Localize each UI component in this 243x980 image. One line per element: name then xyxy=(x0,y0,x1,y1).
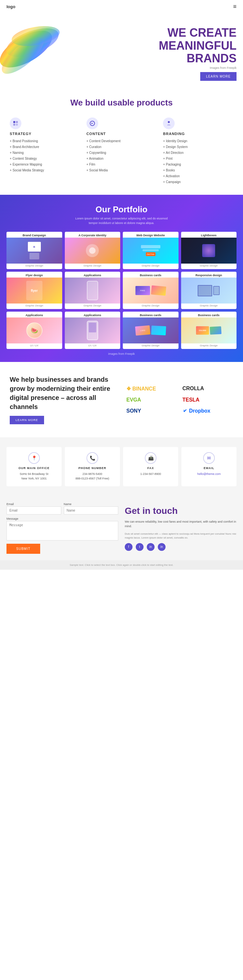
portfolio-item[interactable]: Brand Campaign B Graphic Design xyxy=(6,232,62,269)
build-heading: We build usable products xyxy=(10,98,233,108)
list-item: Packaging xyxy=(163,162,233,167)
facebook-icon[interactable]: f xyxy=(125,543,133,551)
portfolio-item[interactable]: Applications UI / UX xyxy=(65,312,120,349)
contact-card-title: PHONE NUMBER xyxy=(69,466,116,470)
list-item: Curation xyxy=(87,144,157,150)
brands-grid: ❖ BINANCE CROLLA EVGA TESLA SONY 🗸 Dropb… xyxy=(126,386,233,414)
portfolio-item[interactable]: Business cards CORSI Graphic Design xyxy=(123,312,178,349)
grow-heading: We help businesses and brands grow by mo… xyxy=(10,375,117,411)
brand-sony: SONY xyxy=(126,408,177,414)
portfolio-item-label: Graphic Design xyxy=(123,304,178,309)
get-in-touch-heading: Get in touch xyxy=(125,506,237,516)
hero-cta-button[interactable]: LEARN MORE xyxy=(200,72,237,81)
portfolio-item-image xyxy=(65,238,120,264)
portfolio-item-title: Responsive design xyxy=(181,272,237,278)
brand-tesla: TESLA xyxy=(182,397,233,403)
email-link[interactable]: hello@theme.com xyxy=(197,472,221,476)
portfolio-item[interactable]: Business cards FAKE Graphic Design xyxy=(123,272,178,309)
contact-card-office: 📍 OUR MAIN OFFICE SoHo 94 Broadway StNew… xyxy=(6,447,62,486)
portfolio-item-label: Graphic Design xyxy=(6,304,62,309)
contact-card-email: ✉ EMAIL hello@theme.com xyxy=(181,447,237,486)
portfolio-item[interactable]: A Corporate Identity Graphic Design xyxy=(65,232,120,269)
grow-cta-button[interactable]: LEARN MORE xyxy=(10,416,44,424)
svg-rect-4 xyxy=(13,121,15,123)
contact-card-title: EMAIL xyxy=(185,466,233,470)
strategy-icon xyxy=(10,118,21,129)
contact-card-phone: 📞 PHONE NUMBER 234-9876-5400888-0123-456… xyxy=(65,447,120,486)
branding-column: BRANDING Identity Design Design System A… xyxy=(163,118,233,185)
hero-headline: WE CREATE MEANINGFUL BRANDS xyxy=(159,26,237,65)
branding-list: Identity Design Design System Art Direct… xyxy=(163,138,233,185)
phone-icon: 📞 xyxy=(87,452,98,464)
portfolio-item[interactable]: Lightboxes Graphic Design xyxy=(181,232,237,269)
name-field[interactable] xyxy=(64,506,118,514)
portfolio-item-image: B xyxy=(6,238,62,264)
list-item: Content Development xyxy=(87,138,157,144)
list-item: Experience Mapping xyxy=(10,162,80,167)
hero-image xyxy=(0,13,71,85)
logo: logo xyxy=(6,4,15,9)
portfolio-item-image xyxy=(181,278,237,304)
portfolio-item[interactable]: Web Design Website Get Free Graphic Desi… xyxy=(123,232,178,269)
submit-button[interactable]: SUBMIT xyxy=(6,544,40,554)
portfolio-item-title: Business cards xyxy=(181,312,237,317)
portfolio-item[interactable]: Applications Graphic Design xyxy=(65,272,120,309)
portfolio-item-label: Graphic Design xyxy=(123,344,178,349)
portfolio-item-title: Flyer design xyxy=(6,272,62,278)
message-field[interactable] xyxy=(6,521,118,541)
contact-card-fax: 📠 FAX 1-234-567-8900 xyxy=(123,447,178,486)
portfolio-item[interactable]: Flyer design flyer Graphic Design xyxy=(6,272,62,309)
get-in-touch-info: Get in touch We can ensure reliability, … xyxy=(125,503,237,554)
portfolio-item-title: Applications xyxy=(65,272,120,278)
brand-name: EVGA xyxy=(126,397,141,403)
portfolio-freepik-credit: images from Freepik xyxy=(6,352,237,355)
portfolio-item-title: A Corporate Identity xyxy=(65,232,120,238)
portfolio-item[interactable]: Applications 🍉 UI / UX xyxy=(6,312,62,349)
portfolio-item-image xyxy=(65,278,120,304)
contact-card-phone-numbers: 234-9876-5400888-0123-4567 (Toll Free) xyxy=(69,472,116,481)
hero-image-credit: Images from Freepik xyxy=(159,66,237,70)
list-item: Campaign xyxy=(163,179,233,185)
portfolio-item[interactable]: Business cards COLORS! Graphic Design xyxy=(181,312,237,349)
location-icon: 📍 xyxy=(28,452,40,464)
portfolio-item-label: Graphic Design xyxy=(123,264,178,269)
svg-rect-6 xyxy=(13,124,15,126)
portfolio-item-title: Web Design Website xyxy=(123,232,178,238)
portfolio-item-title: Applications xyxy=(65,312,120,317)
footer: Sample text. Click to select the text bo… xyxy=(0,560,243,570)
get-in-touch-subtext: We can ensure reliability, low cost fare… xyxy=(125,519,237,529)
content-title: CONTENT xyxy=(87,132,157,136)
email-field[interactable] xyxy=(6,506,61,514)
fax-icon: 📠 xyxy=(145,452,156,464)
list-item: Print xyxy=(163,156,233,162)
hero-section: WE CREATE MEANINGFUL BRANDS Images from … xyxy=(0,13,243,85)
email-label: Email xyxy=(6,503,61,506)
branding-title: BRANDING xyxy=(163,132,233,136)
svg-rect-7 xyxy=(16,124,18,126)
list-item: Design System xyxy=(163,144,233,150)
portfolio-item-label: Graphic Design xyxy=(6,264,62,269)
portfolio-item-image: FAKE xyxy=(123,278,178,304)
portfolio-item[interactable]: Responsive design Graphic Design xyxy=(181,272,237,309)
portfolio-grid: Brand Campaign B Graphic Design A Corpor… xyxy=(6,232,237,349)
list-item: Copywriting xyxy=(87,150,157,156)
list-item: Activation xyxy=(163,173,233,179)
portfolio-item-image: flyer xyxy=(6,278,62,304)
build-columns: STRATEGY Brand Positioning Brand Archite… xyxy=(10,118,233,185)
portfolio-item-image: COLORS! xyxy=(181,317,237,344)
twitter-icon[interactable]: t xyxy=(136,543,144,551)
instagram-icon[interactable]: in xyxy=(147,543,155,551)
brand-dropbox: 🗸 Dropbox xyxy=(182,408,233,414)
list-item: Books xyxy=(163,167,233,173)
content-column: CONTENT Content Development Curation Cop… xyxy=(87,118,157,185)
brand-evga: EVGA xyxy=(126,397,177,403)
hamburger-menu-icon[interactable]: ≡ xyxy=(233,3,237,10)
contact-card-email-address: hello@theme.com xyxy=(185,472,233,476)
strategy-list: Brand Positioning Brand Architecture Nam… xyxy=(10,138,80,173)
list-item: Social Media Strategy xyxy=(10,167,80,173)
list-item: Content Strategy xyxy=(10,156,80,162)
strategy-title: STRATEGY xyxy=(10,132,80,136)
get-in-touch-body: Duis sit amet consectetur elit — class a… xyxy=(125,532,237,540)
linkedin-icon[interactable]: in xyxy=(158,543,166,551)
brand-binance: ❖ BINANCE xyxy=(126,386,177,392)
